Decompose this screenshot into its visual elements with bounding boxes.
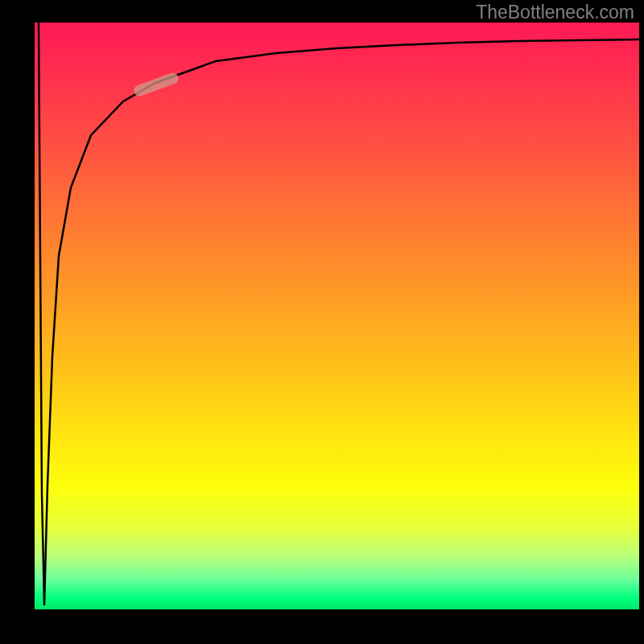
chart-background bbox=[35, 23, 639, 609]
watermark-text: TheBottleneck.com bbox=[476, 2, 634, 23]
